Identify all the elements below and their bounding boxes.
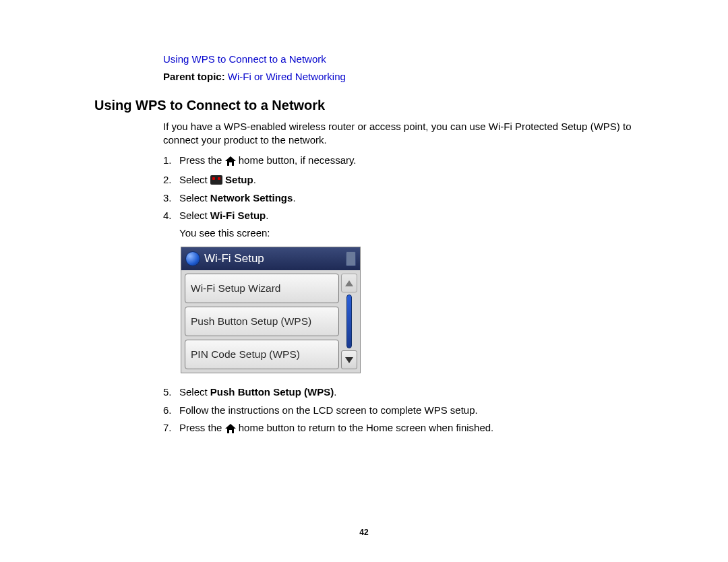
lcd-title: Wi-Fi Setup — [204, 251, 264, 267]
text-bold: Wi-Fi Setup — [210, 210, 266, 221]
step-6: Follow the instructions on the LCD scree… — [179, 404, 634, 417]
text: . — [334, 386, 336, 398]
link-wps[interactable]: Using WPS to Connect to a Network — [163, 53, 326, 65]
text: Select — [179, 192, 210, 204]
step-4: Select Wi-Fi Setup. You see this screen: — [179, 209, 634, 241]
step-number: 4. — [163, 209, 179, 222]
text: . — [266, 210, 268, 221]
globe-icon — [185, 251, 200, 266]
scrollbar-track[interactable] — [346, 294, 352, 348]
text-bold: Push Button Setup (WPS) — [210, 386, 334, 398]
step-7: Press the home button to return to the H… — [179, 421, 634, 437]
lcd-screen: Wi-Fi Setup Wi-Fi Setup Wizard Push Butt… — [181, 247, 361, 373]
parent-topic-link[interactable]: Wi-Fi or Wired Networking — [228, 71, 346, 82]
parent-topic-label: Parent topic: — [163, 71, 225, 82]
home-icon — [225, 156, 236, 169]
chevron-up-icon — [345, 280, 353, 286]
intro-text: If you have a WPS-enabled wireless route… — [163, 120, 634, 148]
step-number: 3. — [163, 191, 179, 205]
lcd-option-push-button[interactable]: Push Button Setup (WPS) — [185, 307, 339, 336]
step-number: 5. — [163, 385, 179, 399]
text-bold: Setup — [225, 174, 253, 185]
section-title: Using WPS to Connect to a Network — [94, 96, 634, 115]
step-2: Select Setup. — [179, 173, 634, 187]
step-5: Select Push Button Setup (WPS). — [179, 385, 634, 399]
text: home button to return to the Home screen… — [239, 422, 494, 433]
step-number: 2. — [163, 173, 179, 187]
text: Press the — [179, 154, 225, 166]
chevron-down-icon — [345, 357, 353, 363]
info-icon — [346, 251, 356, 266]
text: home button, if necessary. — [239, 154, 357, 166]
step-4-sub: You see this screen: — [179, 226, 634, 240]
text: Select — [179, 210, 210, 221]
text-bold: Network Settings — [210, 192, 293, 204]
scroll-up-button[interactable] — [341, 274, 357, 292]
text: . — [253, 174, 256, 185]
lcd-option-wizard[interactable]: Wi-Fi Setup Wizard — [185, 274, 339, 303]
text: Press the — [179, 422, 225, 433]
step-number: 7. — [163, 421, 179, 435]
step-number: 6. — [163, 404, 179, 417]
step-number: 1. — [163, 154, 179, 167]
text: Select — [179, 174, 210, 185]
home-icon — [225, 423, 236, 437]
text: Select — [179, 386, 210, 398]
lcd-option-pin-code[interactable]: PIN Code Setup (WPS) — [185, 340, 339, 369]
scroll-down-button[interactable] — [341, 350, 357, 369]
text: . — [293, 192, 295, 204]
setup-icon — [210, 175, 222, 185]
step-3: Select Network Settings. — [179, 191, 634, 205]
page-number: 42 — [0, 527, 728, 538]
step-1: Press the home button, if necessary. — [179, 154, 634, 169]
